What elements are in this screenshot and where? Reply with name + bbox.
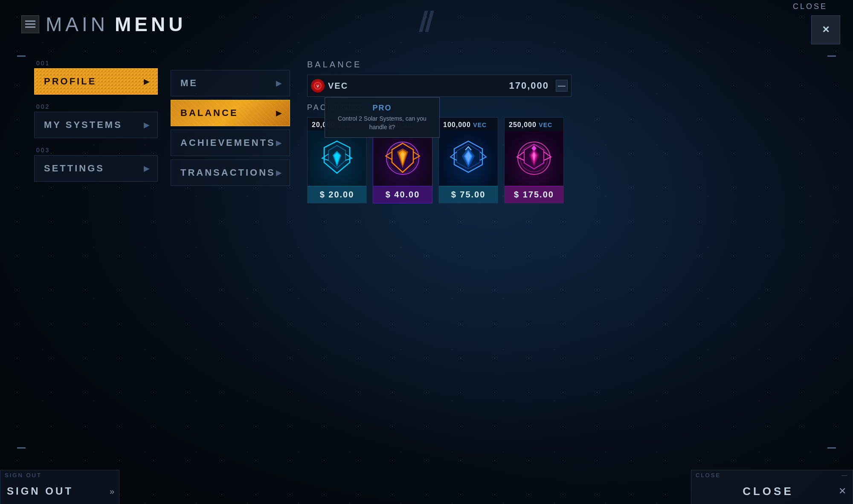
right-panel: BALANCE V VEC PRO Control 2 Solar System…: [307, 60, 572, 203]
pkg4-amount: 250,000 VEC: [505, 118, 563, 130]
svg-rect-2: [25, 26, 35, 28]
sign-out-panel: SIGN OUT SIGN OUT »: [0, 470, 119, 504]
vec-label: VEC: [328, 81, 505, 91]
tooltip-description: Control 2 Solar Systems, can you handle …: [334, 115, 431, 131]
page-content: MAIN MENU CLOSE ✕ 001 PROFILE ▶ 002 MY S…: [0, 0, 853, 504]
sign-out-text: SIGN OUT: [7, 485, 73, 497]
balance-minus-button[interactable]: —: [556, 80, 568, 92]
pkg3-amount: 100,000 VEC: [439, 118, 498, 130]
vec-icon: V: [311, 79, 325, 93]
main-layout: 001 PROFILE ▶ 002 MY SYSTEMS ▶ 003 SETTI…: [34, 60, 572, 203]
header: MAIN MENU: [21, 13, 186, 36]
sign-out-label: SIGN OUT: [0, 470, 119, 478]
pkg1-price: $ 20.00: [308, 186, 366, 203]
tab-transactions[interactable]: TRANSACTIONS ▶: [171, 159, 290, 186]
tooltip: PRO Control 2 Solar Systems, can you han…: [325, 97, 440, 138]
mid-nav: ME ▶ BALANCE ▶ ACHIEVEMENTS ▶ TRANSACTIO…: [171, 70, 290, 186]
menu-icon: [21, 15, 39, 33]
package-card-4[interactable]: 250,000 VEC: [504, 117, 564, 203]
nav-num-002: 002: [34, 103, 158, 110]
transactions-arrow-icon: ▶: [276, 168, 282, 177]
side-dash-left: [17, 55, 26, 57]
side-dash-left-bottom: [17, 447, 26, 449]
balance-arrow-icon: ▶: [276, 108, 282, 118]
nav-num-001: 001: [34, 60, 158, 67]
tab-achievements[interactable]: ACHIEVEMENTS ▶: [171, 130, 290, 156]
svg-text:V: V: [316, 84, 319, 88]
my-systems-arrow-icon: ▶: [144, 120, 150, 130]
footer-close-text: CLOSE: [698, 485, 838, 498]
svg-rect-1: [25, 23, 35, 25]
pkg4-image: [505, 130, 563, 186]
svg-marker-16: [531, 145, 537, 151]
footer-close-button[interactable]: CLOSE ✕: [691, 478, 853, 504]
svg-rect-0: [25, 20, 35, 22]
balance-title: BALANCE: [307, 60, 572, 70]
sidebar-item-settings[interactable]: SETTINGS ▶: [34, 155, 158, 182]
close-button-top[interactable]: ✕: [811, 15, 840, 44]
settings-arrow-icon: ▶: [144, 164, 150, 173]
pkg4-price: $ 175.00: [505, 186, 563, 203]
side-dash-right-bottom: [827, 447, 836, 449]
top-close-area: CLOSE ✕: [793, 0, 853, 44]
footer-close-label: CLOSE —: [691, 470, 853, 478]
tab-balance[interactable]: BALANCE ▶: [171, 100, 290, 126]
me-arrow-icon: ▶: [276, 78, 282, 88]
pkg2-price: $ 40.00: [373, 186, 432, 203]
tooltip-title: PRO: [334, 104, 431, 113]
side-dash-right: [827, 55, 836, 57]
sidebar-item-profile[interactable]: PROFILE ▶: [34, 68, 158, 95]
pkg3-price: $ 75.00: [439, 186, 498, 203]
package-card-3[interactable]: 100,000 VEC: [438, 117, 498, 203]
header-title-bold: MENU: [115, 13, 186, 36]
close-panel: CLOSE — CLOSE ✕: [691, 470, 853, 504]
sign-out-arrows-icon: »: [110, 487, 113, 496]
sidebar-item-my-systems[interactable]: MY SYSTEMS ▶: [34, 112, 158, 138]
footer-close-dash-icon: —: [841, 472, 848, 478]
sign-out-button[interactable]: SIGN OUT »: [0, 478, 119, 504]
left-nav: 001 PROFILE ▶ 002 MY SYSTEMS ▶ 003 SETTI…: [34, 60, 158, 183]
pkg2-image: [373, 130, 432, 186]
pkg1-image: [308, 130, 366, 186]
nav-num-003: 003: [34, 147, 158, 154]
close-x-icon: ✕: [838, 486, 846, 497]
balance-amount: 170,000: [509, 80, 549, 91]
header-title-light: MAIN: [46, 13, 108, 36]
tab-me[interactable]: ME ▶: [171, 70, 290, 96]
balance-row: V VEC PRO Control 2 Solar Systems, can y…: [307, 75, 572, 97]
profile-arrow-icon: ▶: [144, 77, 150, 86]
footer: SIGN OUT SIGN OUT » CLOSE — CLOSE ✕: [0, 470, 853, 504]
close-label-top: CLOSE: [793, 0, 853, 13]
pkg3-image: [439, 130, 498, 186]
achievements-arrow-icon: ▶: [276, 138, 282, 148]
slash-decoration: [422, 11, 431, 32]
